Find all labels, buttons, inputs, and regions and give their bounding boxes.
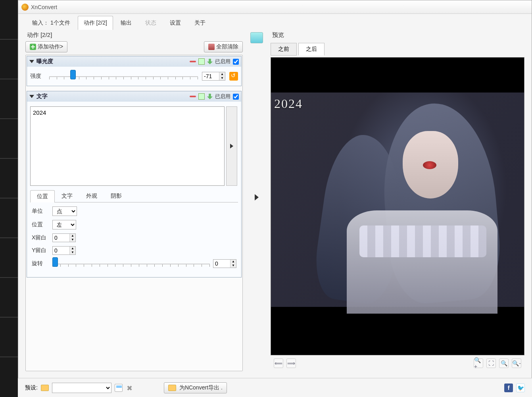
spin-down-icon[interactable]: ▼	[230, 264, 236, 268]
subtab-shadow[interactable]: 阴影	[104, 190, 129, 202]
add-action-label: 添加动作>	[38, 43, 63, 50]
export-label: 为NConvert导出 .	[179, 384, 223, 391]
subtab-appearance[interactable]: 外观	[79, 190, 104, 202]
action-text-body: 2024 位置 文字 外观 阴影	[27, 102, 241, 277]
twitter-icon[interactable]: 🐦	[516, 384, 525, 392]
prev-image-icon[interactable]: ⟸	[274, 358, 283, 368]
enabled-label: 已启用	[215, 93, 230, 100]
tab-input[interactable]: 输入： 1个文件	[26, 16, 76, 30]
app-window: XnConvert 输入： 1个文件 动作 [2/2] 输出 状态 设置 关于 …	[18, 0, 532, 397]
folder-icon	[168, 385, 176, 391]
x-margin-spinner[interactable]: ▲▼	[52, 233, 76, 242]
intensity-slider[interactable]	[49, 71, 198, 81]
next-image-icon[interactable]: ⟹	[286, 358, 296, 368]
x-margin-label: X留白	[32, 234, 49, 241]
zoom-out-icon[interactable]: 🔍-	[512, 358, 521, 368]
actions-list: 曝光度 已启用 强度	[25, 55, 243, 371]
spin-up-icon[interactable]: ▲	[70, 234, 75, 238]
chevron-down-icon[interactable]	[29, 60, 34, 63]
action-header-icons: 已启用	[190, 93, 239, 100]
actions-title: 动作 [2/2]	[25, 30, 243, 41]
preview-title: 预览	[271, 30, 524, 41]
save-preset-icon[interactable]	[115, 384, 123, 392]
copy-action-icon[interactable]	[198, 93, 205, 100]
preset-select[interactable]	[52, 383, 111, 393]
app-icon	[21, 4, 29, 11]
tab-about[interactable]: 关于	[188, 16, 211, 30]
chevron-down-icon[interactable]	[29, 95, 34, 98]
action-exposure: 曝光度 已启用 强度	[27, 56, 242, 86]
intensity-label: 强度	[30, 73, 45, 80]
move-down-icon[interactable]	[207, 94, 213, 99]
middle-column	[246, 30, 267, 371]
main-tabs: 输入： 1个文件 动作 [2/2] 输出 状态 设置 关于	[18, 14, 532, 30]
zoom-actual-icon[interactable]: 🔍	[499, 358, 509, 368]
preview-canvas: 2024	[271, 57, 524, 355]
preset-label: 预设:	[25, 384, 38, 391]
remove-action-icon[interactable]	[190, 96, 196, 97]
spin-down-icon[interactable]: ▼	[219, 76, 225, 80]
action-exposure-header: 曝光度 已启用	[27, 56, 241, 67]
spin-up-icon[interactable]: ▲	[70, 247, 75, 251]
clear-all-label: 全部清除	[216, 43, 238, 50]
preview-tab-before[interactable]: 之前	[271, 43, 297, 56]
action-exposure-body: 强度 ▲▼	[27, 67, 241, 86]
tab-status: 状态	[139, 16, 162, 30]
fit-window-icon[interactable]: ⛶	[486, 358, 496, 368]
broom-icon	[208, 44, 215, 50]
titlebar: XnConvert	[18, 0, 532, 14]
expand-text-icon[interactable]	[227, 107, 237, 185]
action-text-header: 文字 已启用	[27, 91, 241, 102]
intensity-spinner[interactable]: ▲▼	[202, 72, 225, 81]
preview-tabs: 之前 之后	[271, 43, 524, 56]
facebook-icon[interactable]: f	[504, 384, 513, 392]
folder-icon[interactable]	[41, 385, 49, 391]
spin-down-icon[interactable]: ▼	[70, 251, 75, 254]
text-sub-tabs: 位置 文字 外观 阴影	[30, 190, 238, 202]
copy-action-icon[interactable]	[198, 58, 205, 65]
unit-select[interactable]: 点	[52, 206, 77, 216]
zoom-in-icon[interactable]: 🔍+	[474, 358, 483, 368]
tab-actions[interactable]: 动作 [2/2]	[78, 16, 113, 30]
spin-up-icon[interactable]: ▲	[219, 72, 225, 76]
app-title: XnConvert	[31, 4, 57, 10]
add-action-button[interactable]: 添加动作>	[25, 41, 67, 52]
subtab-text[interactable]: 文字	[55, 190, 79, 202]
footer-bar: 预设: ✖ 为NConvert导出 . f 🐦	[18, 378, 532, 397]
tab-settings[interactable]: 设置	[164, 16, 187, 30]
action-header-icons: 已启用	[190, 58, 239, 65]
preview-image	[271, 93, 524, 307]
rotate-spinner[interactable]: ▲▼	[213, 259, 236, 268]
y-margin-spinner[interactable]: ▲▼	[52, 246, 76, 255]
move-down-icon[interactable]	[207, 59, 213, 64]
rotate-label: 旋转	[32, 260, 49, 267]
subtab-position[interactable]: 位置	[30, 190, 55, 202]
rotate-slider[interactable]	[52, 259, 210, 268]
preview-tab-after[interactable]: 之后	[298, 43, 325, 56]
collapse-arrow-icon[interactable]	[255, 194, 259, 200]
desktop-left-strip	[0, 0, 18, 397]
spin-down-icon[interactable]: ▼	[70, 238, 75, 242]
preview-watermark: 2024	[274, 96, 303, 111]
watermark-text-input[interactable]: 2024	[30, 106, 225, 186]
remove-action-icon[interactable]	[190, 61, 196, 62]
position-select[interactable]: 左上	[52, 220, 76, 229]
spin-up-icon[interactable]: ▲	[230, 260, 236, 264]
picture-icon[interactable]	[250, 32, 263, 43]
export-nconvert-button[interactable]: 为NConvert导出 .	[164, 382, 227, 393]
actions-toolbar: 添加动作> 全部清除	[25, 41, 243, 52]
action-text-title: 文字	[36, 93, 187, 100]
rotate-input[interactable]	[213, 260, 230, 268]
reset-icon[interactable]	[229, 72, 238, 81]
y-margin-input[interactable]	[53, 247, 69, 254]
tab-output[interactable]: 输出	[115, 16, 138, 30]
plus-icon	[30, 44, 36, 50]
delete-preset-icon[interactable]: ✖	[126, 384, 134, 392]
enabled-checkbox[interactable]	[233, 59, 239, 65]
position-label: 位置	[32, 221, 49, 228]
intensity-input[interactable]	[202, 72, 219, 80]
enabled-checkbox[interactable]	[233, 94, 239, 100]
x-margin-input[interactable]	[53, 234, 69, 242]
clear-all-button[interactable]: 全部清除	[204, 41, 243, 52]
action-text: 文字 已启用 2024	[27, 91, 242, 278]
